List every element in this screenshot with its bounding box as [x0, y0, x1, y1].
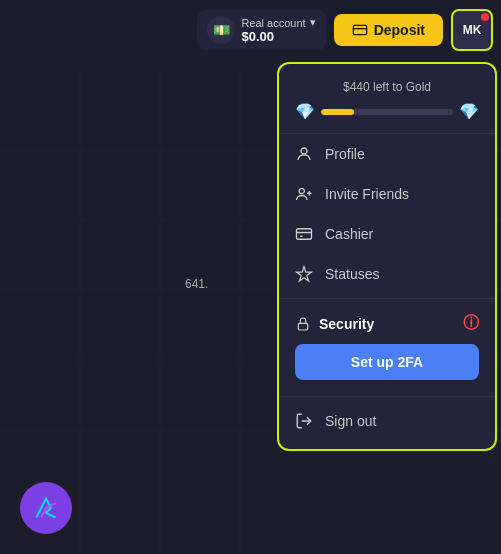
notification-dot: [481, 13, 489, 21]
progress-bar-bg: [321, 109, 453, 115]
progress-bar-wrapper: 💎 💎: [295, 102, 479, 121]
statuses-label: Statuses: [325, 266, 479, 282]
menu-item-signout[interactable]: Sign out: [279, 401, 495, 441]
security-icon: [295, 316, 311, 332]
diamond-icon-right: 💎: [459, 102, 479, 121]
account-info: Real account ▾ $0.00: [241, 16, 315, 44]
account-label: Real account ▾: [241, 16, 315, 29]
logo-icon: [30, 492, 62, 524]
invite-friends-icon: [295, 185, 313, 203]
invite-friends-label: Invite Friends: [325, 186, 479, 202]
signout-label: Sign out: [325, 413, 479, 429]
user-dropdown: $440 left to Gold 💎 💎 Profile Invite Fri…: [277, 62, 497, 451]
statuses-icon: [295, 265, 313, 283]
profile-icon: [295, 145, 313, 163]
svg-rect-14: [297, 229, 312, 240]
cashier-label: Cashier: [325, 226, 479, 242]
header: 💵 Real account ▾ $0.00 Deposit MK: [0, 0, 501, 60]
avatar-button[interactable]: MK: [451, 9, 493, 51]
menu-item-statuses[interactable]: Statuses: [279, 254, 495, 294]
profile-label: Profile: [325, 146, 479, 162]
signout-icon: [295, 412, 313, 430]
chart-value-label: 641.: [185, 277, 208, 291]
svg-rect-8: [353, 25, 366, 34]
cashier-icon: [295, 225, 313, 243]
divider-2: [279, 396, 495, 397]
menu-item-profile[interactable]: Profile: [279, 134, 495, 174]
deposit-icon: [352, 22, 368, 38]
menu-item-invite-friends[interactable]: Invite Friends: [279, 174, 495, 214]
security-label: Security: [319, 316, 374, 332]
account-balance: $0.00: [241, 29, 315, 44]
svg-point-10: [301, 148, 307, 154]
svg-rect-17: [298, 323, 307, 330]
account-icon: 💵: [207, 16, 235, 44]
svg-point-11: [299, 188, 304, 193]
setup-2fa-button[interactable]: Set up 2FA: [295, 344, 479, 380]
account-area[interactable]: 💵 Real account ▾ $0.00: [197, 10, 325, 50]
security-section: Security ⓘ Set up 2FA: [279, 303, 495, 392]
security-alert-icon: ⓘ: [463, 313, 479, 334]
deposit-button[interactable]: Deposit: [334, 14, 443, 46]
progress-bar-fill: [321, 109, 354, 115]
logo-avatar: [20, 482, 72, 534]
security-header: Security ⓘ: [295, 313, 479, 334]
dropdown-arrow-icon: ▾: [310, 16, 316, 29]
progress-label: $440 left to Gold: [295, 80, 479, 94]
divider-1: [279, 298, 495, 299]
menu-item-cashier[interactable]: Cashier: [279, 214, 495, 254]
progress-section: $440 left to Gold 💎 💎: [279, 64, 495, 134]
diamond-icon-left: 💎: [295, 102, 315, 121]
